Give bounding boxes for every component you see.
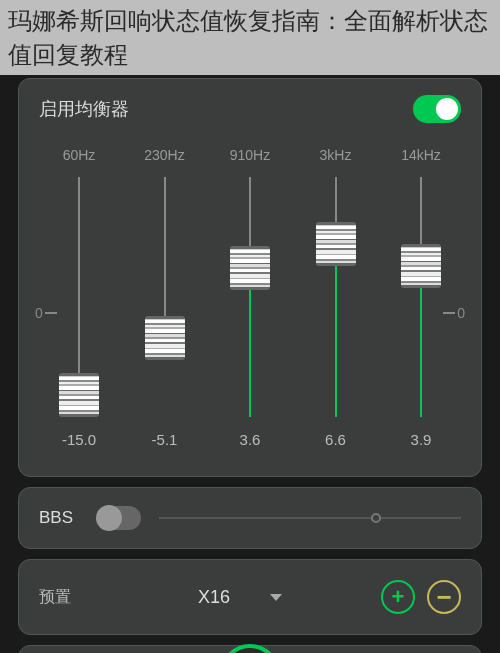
equalizer-header: 启用均衡器 — [39, 95, 461, 123]
minus-icon: − — [436, 584, 451, 610]
eq-band-2: 910Hz 3.6 — [218, 147, 282, 448]
equalizer-bands: 0 0 60Hz -15.0 230Hz -5.1 — [39, 147, 461, 448]
eq-band-4: 14kHz 3.9 — [389, 147, 453, 448]
band-value: -5.1 — [152, 431, 178, 448]
band-value: 6.6 — [325, 431, 346, 448]
band-slider[interactable] — [420, 177, 422, 417]
band-freq: 60Hz — [63, 147, 96, 163]
band-value: 3.9 — [411, 431, 432, 448]
preset-selected-value: X16 — [198, 587, 230, 608]
preset-label: 预置 — [39, 587, 99, 608]
toggle-knob — [96, 505, 122, 531]
eq-band-3: 3kHz 6.6 — [304, 147, 368, 448]
bbs-slider[interactable] — [159, 517, 461, 519]
band-freq: 14kHz — [401, 147, 441, 163]
preset-card: 预置 X16 + − — [18, 559, 482, 635]
page-title-overlay: 玛娜希斯回响状态值恢复指南：全面解析状态值回复教程 — [0, 0, 500, 75]
slider-thumb[interactable] — [401, 244, 441, 288]
center-dial[interactable] — [220, 644, 280, 653]
midline-left-label: 0 — [35, 305, 43, 321]
chevron-down-icon — [270, 594, 282, 601]
eq-band-1: 230Hz -5.1 — [133, 147, 197, 448]
band-slider[interactable] — [78, 177, 80, 417]
bottom-card: ↻ — [18, 645, 482, 653]
eq-band-0: 60Hz -15.0 — [47, 147, 111, 448]
band-slider[interactable] — [164, 177, 166, 417]
band-value: -15.0 — [62, 431, 96, 448]
preset-remove-button[interactable]: − — [427, 580, 461, 614]
slider-thumb[interactable] — [59, 373, 99, 417]
bbs-label: BBS — [39, 508, 79, 528]
band-freq: 3kHz — [320, 147, 352, 163]
bbs-card: BBS — [18, 487, 482, 549]
bbs-toggle[interactable] — [97, 506, 141, 530]
band-freq: 910Hz — [230, 147, 270, 163]
bbs-slider-marker — [371, 513, 381, 523]
band-freq: 230Hz — [144, 147, 184, 163]
slider-thumb[interactable] — [145, 316, 185, 360]
equalizer-title: 启用均衡器 — [39, 97, 129, 121]
equalizer-toggle[interactable] — [413, 95, 461, 123]
band-slider[interactable] — [249, 177, 251, 417]
band-slider[interactable] — [335, 177, 337, 417]
equalizer-card: 启用均衡器 0 0 60Hz -15.0 230Hz — [18, 78, 482, 477]
toggle-knob — [436, 98, 458, 120]
refresh-icon[interactable]: ↻ — [41, 648, 58, 653]
slider-thumb[interactable] — [316, 222, 356, 266]
preset-add-button[interactable]: + — [381, 580, 415, 614]
preset-select[interactable]: X16 — [111, 587, 369, 608]
midline-right-label: 0 — [457, 305, 465, 321]
plus-icon: + — [392, 586, 405, 608]
band-value: 3.6 — [240, 431, 261, 448]
slider-thumb[interactable] — [230, 246, 270, 290]
